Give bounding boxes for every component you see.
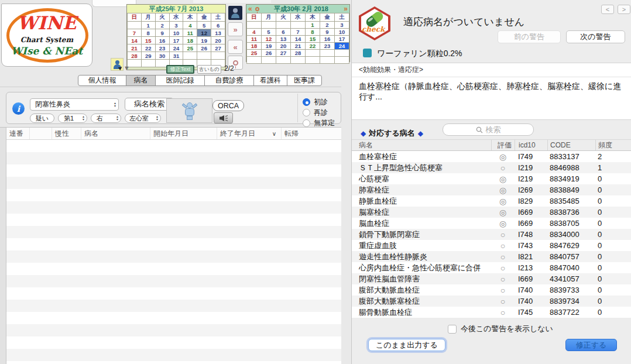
calendar-day[interactable]: 5 (262, 29, 276, 36)
radio-option[interactable]: 初診 (303, 97, 335, 107)
table-row[interactable]: 腹部大動脈血栓症○I74088397330 (352, 284, 631, 296)
tab-item[interactable]: 自費診療 (205, 75, 254, 85)
radio-circle[interactable] (303, 109, 310, 116)
table-row[interactable]: 重症虚血肢○I74388476290 (352, 240, 631, 251)
chevron-down-icon[interactable]: ∨ (272, 131, 276, 137)
calendar-day[interactable]: 26 (262, 50, 276, 57)
calendar-day[interactable]: 21 (128, 44, 142, 52)
output-anyway-button[interactable]: このまま出力する (368, 339, 445, 351)
table-row[interactable]: 心筋梗塞◎I21988349190 (352, 173, 631, 184)
prev-warning-button[interactable]: 前の警告 (498, 30, 561, 43)
calendar-day[interactable]: 1 (306, 22, 320, 29)
calendar-day[interactable]: 27 (211, 44, 225, 52)
calendar-day[interactable]: 22 (141, 44, 155, 52)
calendar-day[interactable]: 19 (262, 43, 276, 50)
table-row[interactable]: 腸骨動脈血栓症○I74588377220 (352, 307, 631, 318)
site-select[interactable]: 左心室 ▴▾ (125, 114, 161, 123)
calendar-day[interactable]: 14 (291, 36, 306, 43)
calendar-day[interactable]: 7 (128, 29, 142, 37)
table-row[interactable]: 静脈血栓症◎I82988354850 (352, 195, 631, 207)
calendar-day[interactable]: 4 (183, 22, 197, 29)
pin-icon[interactable] (255, 7, 259, 11)
column-header[interactable]: icd10 (515, 140, 547, 150)
column-header[interactable]: 頻度 (595, 140, 621, 150)
calendar-day[interactable]: 6 (276, 29, 291, 36)
column-header[interactable]: 終了年月日 ∨ (217, 128, 282, 139)
calendar-day[interactable]: 13 (276, 36, 291, 43)
column-header[interactable]: CODE (547, 140, 595, 150)
calendar-day[interactable]: 20 (211, 37, 225, 44)
calendar-forward-button[interactable]: » (228, 22, 243, 36)
tab-item[interactable]: 医事課 (287, 75, 321, 85)
calendar-day[interactable]: 25 (247, 50, 262, 57)
tab-item[interactable]: 医師記録 (156, 75, 205, 85)
calendar-current[interactable]: « 平成30年 2月 2018 » 日月火水木金土123456789101112… (246, 4, 350, 62)
table-row[interactable]: 心房内血栓症・急性心筋梗塞に合併○I21388470400 (352, 262, 631, 273)
disease-search-input[interactable]: 検索 (443, 123, 534, 136)
calendar-day[interactable]: 14 (128, 37, 142, 44)
calendar-day[interactable]: 3 (335, 22, 349, 29)
calendar-day[interactable]: 1 (141, 22, 155, 29)
calendar-day[interactable]: 26 (197, 44, 211, 52)
calendar-day[interactable]: 2 (155, 22, 169, 29)
calendar-day[interactable]: 23 (155, 44, 169, 52)
calendar-day[interactable]: 8 (141, 29, 155, 37)
table-row[interactable]: 腹部大動脈塞栓症○I74088397340 (352, 296, 631, 307)
calendar-day[interactable]: 7 (291, 29, 306, 36)
column-header[interactable]: 病名 (352, 140, 491, 150)
calendar-day[interactable]: 5 (197, 22, 211, 29)
tab-item[interactable]: 看護科 (254, 75, 287, 85)
table-row[interactable]: ＳＴ上昇型急性心筋梗塞○I21988469881 (352, 162, 631, 173)
calendar-day[interactable]: 19 (197, 37, 211, 44)
table-row[interactable]: 遊走性血栓性静脈炎○I82188407570 (352, 251, 631, 262)
calendar-day[interactable]: 11 (247, 36, 262, 43)
rank-select[interactable]: 第1 ▴▾ (58, 114, 87, 123)
calendar-day[interactable]: 8 (306, 29, 320, 36)
column-header[interactable]: 開始年月日 (150, 128, 217, 139)
calendar-day[interactable]: 24 (169, 44, 183, 52)
next-month-icon[interactable]: » (342, 5, 349, 13)
calendar-day[interactable]: 6 (211, 22, 225, 29)
disease-select[interactable]: 閉塞性鼻炎 ▴▾ (30, 98, 119, 111)
calendar-day[interactable]: 2 (320, 22, 335, 29)
column-header[interactable]: 転帰 (282, 128, 341, 139)
calendar-past[interactable]: 平成25年 7月 2013 日月火水木金土1234567891011121314… (126, 4, 226, 70)
suspect-button[interactable]: 疑い (30, 114, 54, 123)
calendar-day[interactable]: 30 (155, 52, 169, 60)
calendar-day[interactable]: 20 (276, 43, 291, 50)
table-row[interactable]: 脳血栓症◎I66988387050 (352, 218, 631, 229)
person-edit-icon[interactable] (111, 58, 124, 71)
calendar-day[interactable]: 25 (183, 44, 197, 52)
table-row[interactable]: 肺塞栓症◎I26988388490 (352, 184, 631, 195)
body-figure-box[interactable] (166, 98, 212, 123)
calendar-day[interactable]: 16 (155, 37, 169, 44)
calendar-day[interactable]: 16 (320, 36, 335, 43)
tab-item[interactable]: 病名 (126, 75, 156, 85)
fix-button[interactable]: 修正する (565, 339, 617, 351)
calendar-day[interactable]: 29 (141, 52, 155, 60)
side-select[interactable]: 右 ▴▾ (91, 114, 121, 123)
calendar-day[interactable]: 10 (169, 29, 183, 37)
calendar-day[interactable]: 17 (169, 37, 183, 44)
table-row[interactable]: 鎖骨下動脈閉塞症○I74888340000 (352, 229, 631, 240)
prev-month-icon[interactable]: « (246, 5, 254, 13)
calendar-day[interactable]: 23 (320, 43, 335, 50)
calendar-day[interactable]: 28 (128, 52, 142, 60)
history-back-button[interactable]: < (601, 5, 614, 14)
column-header[interactable] (30, 128, 52, 139)
calendar-day[interactable]: 10 (335, 29, 349, 36)
calendar-day[interactable]: 12 (197, 29, 211, 37)
calendar-day[interactable]: 21 (291, 43, 306, 50)
radio-circle[interactable] (303, 119, 310, 127)
calendar-day[interactable]: 11 (183, 29, 197, 37)
column-header[interactable]: 慢性 (52, 128, 81, 139)
table-row[interactable]: 閉塞性脳血管障害○I66943410570 (352, 273, 631, 284)
calendar-day[interactable]: 28 (291, 50, 306, 57)
calendar-day[interactable]: 12 (262, 36, 276, 43)
calendar-back-button[interactable]: « (228, 40, 243, 54)
table-row[interactable]: 脳塞栓症◎I66988387360 (352, 207, 631, 218)
triangle-down-icon[interactable]: ▼ (124, 64, 130, 71)
column-header[interactable]: 病名 (81, 128, 150, 139)
table-row[interactable]: 血栓塞栓症◎I74988331372 (352, 151, 631, 162)
next-warning-button[interactable]: 次の警告 (566, 30, 625, 43)
